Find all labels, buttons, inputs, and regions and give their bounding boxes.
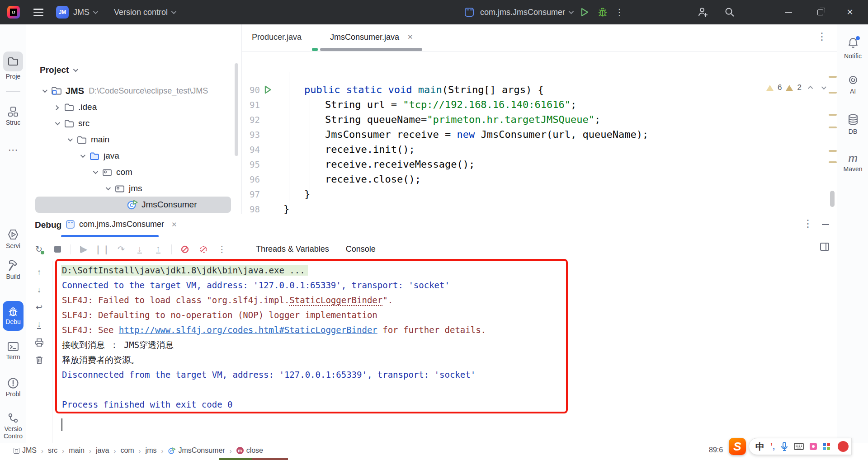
run-button[interactable] — [579, 7, 590, 17]
scroll-up-button[interactable]: ↑ — [34, 267, 45, 277]
keyboard-icon[interactable] — [794, 443, 804, 450]
warning-stripe-mark[interactable] — [829, 92, 837, 94]
tree-chevron[interactable] — [51, 105, 63, 109]
project-selector[interactable]: JMS — [73, 8, 97, 17]
tab-console[interactable]: Console — [346, 244, 376, 254]
restore-button[interactable] — [812, 5, 828, 19]
debug-button[interactable] — [597, 7, 609, 17]
next-problem-icon[interactable] — [821, 84, 826, 89]
tab-close-icon[interactable]: ✕ — [407, 33, 413, 41]
sidebar-item-debug[interactable]: Debu — [3, 301, 24, 331]
resume-button[interactable]: ▶ — [79, 244, 90, 255]
breadcrumb-item[interactable]: com — [120, 446, 134, 455]
tree-row[interactable]: .idea — [35, 99, 231, 115]
code-line[interactable]: 92String queueName="primeton.hr.targetJM… — [242, 112, 819, 127]
tree-chevron[interactable] — [89, 170, 101, 174]
code-line[interactable]: 93JmsConsumer receive = new JmsConsumer(… — [242, 127, 819, 142]
tree-row[interactable]: main — [35, 131, 231, 148]
code-line[interactable]: 96receive.close(); — [242, 172, 819, 187]
hide-panel-button[interactable] — [822, 224, 829, 225]
tab-producer-java[interactable]: Producer.java — [252, 33, 302, 42]
sidebar-item-problems[interactable]: Probl — [0, 377, 26, 398]
tree-row[interactable]: jms — [35, 180, 231, 197]
ime-toolbox-icon[interactable] — [823, 443, 830, 450]
step-out-button[interactable]: ↑ — [153, 244, 164, 255]
ime-badge-icon[interactable] — [838, 441, 849, 452]
run-config-selector[interactable]: com.jms.JmsConsumer — [480, 8, 572, 17]
breadcrumb-item[interactable]: JMS — [14, 446, 37, 455]
ime-punctuation-toggle[interactable]: ’, — [770, 442, 775, 451]
breadcrumb-item[interactable]: java — [96, 446, 109, 455]
sidebar-item-version-control[interactable]: Versio Contro — [0, 412, 26, 440]
scroll-down-button[interactable]: ↓ — [34, 284, 45, 295]
console-link[interactable]: http://www.slf4j.org/codes.html#StaticLo… — [119, 325, 377, 335]
project-scrollbar[interactable] — [235, 63, 238, 156]
layout-settings-button[interactable] — [820, 242, 830, 253]
main-menu-icon[interactable] — [33, 9, 43, 16]
caret-position[interactable]: 89:6 — [709, 446, 723, 454]
tree-row[interactable]: java — [35, 148, 231, 164]
debug-session-tab[interactable]: com.jms.JmsConsumer ✕ — [66, 220, 177, 229]
breadcrumb-item[interactable]: CJmsConsumer — [168, 446, 225, 455]
sidebar-item-maven[interactable]: m Maven — [837, 152, 868, 173]
code-line[interactable]: 95receive.receiveMessage(); — [242, 157, 819, 172]
sidebar-item-ai[interactable]: AI — [837, 74, 868, 95]
run-line-icon[interactable] — [264, 85, 272, 94]
code-line[interactable]: 97} — [242, 187, 819, 202]
tree-chevron[interactable] — [76, 154, 88, 158]
close-session-icon[interactable]: ✕ — [171, 221, 177, 229]
sidebar-item-build[interactable]: Build — [0, 260, 26, 280]
rerun-button[interactable]: ↻ — [33, 244, 44, 255]
tree-row[interactable]: CJmsConsumer — [35, 197, 231, 213]
warning-stripe-mark[interactable] — [829, 150, 837, 152]
tree-chevron[interactable] — [51, 122, 63, 125]
console-output[interactable]: D:\SoftInstall\java\jdk1.8\jdk\bin\java.… — [62, 263, 828, 412]
tree-chevron[interactable] — [38, 89, 50, 93]
close-button[interactable]: ✕ — [842, 5, 858, 19]
minimize-button[interactable] — [780, 5, 797, 19]
code-area[interactable]: 90public static void main(String[] args)… — [242, 82, 819, 214]
search-button[interactable] — [722, 5, 738, 19]
code-line[interactable]: 91String url = "tcp://192.168.16.140:616… — [242, 97, 819, 112]
tree-chevron[interactable] — [64, 138, 75, 141]
sidebar-item-notifications[interactable]: Notific — [837, 37, 868, 60]
run-more-options[interactable]: ⋮ — [615, 8, 624, 17]
pause-button[interactable]: ❘❘ — [97, 244, 108, 255]
view-breakpoints-button[interactable] — [198, 244, 209, 255]
project-panel-header[interactable]: Project — [40, 65, 77, 75]
tab-threads-variables[interactable]: Threads & Variables — [256, 244, 329, 254]
soft-wrap-button[interactable]: ↩ — [34, 302, 45, 313]
tab-jmsconsumer-java[interactable]: JmsConsumer.java — [330, 33, 399, 42]
sidebar-item-more[interactable]: ⋯ — [0, 144, 26, 156]
code-line[interactable]: 90public static void main(String[] args)… — [242, 82, 819, 97]
sidebar-item-services[interactable]: Servi — [0, 228, 26, 249]
code-line[interactable]: 94receive.init(); — [242, 142, 819, 157]
vcs-menu[interactable]: Version control — [114, 8, 175, 17]
ime-skin-icon[interactable] — [810, 443, 817, 450]
warning-stripe-mark[interactable] — [829, 114, 837, 116]
sidebar-item-structure[interactable]: Struc — [0, 106, 26, 126]
toolbar-kebab[interactable]: ⋮ — [217, 244, 227, 255]
tree-row[interactable]: JMSD:\CodeSource\eclipse_test\JMS — [35, 83, 231, 99]
sidebar-item-database[interactable]: DB — [837, 113, 868, 135]
sogou-logo-icon[interactable]: S — [729, 438, 746, 455]
editor-scrollbar[interactable] — [830, 191, 835, 207]
add-user-button[interactable] — [695, 5, 711, 19]
breadcrumb-item[interactable]: src — [48, 446, 57, 455]
code-line[interactable]: 98} — [242, 202, 819, 214]
scroll-to-end-button[interactable]: ↓ — [34, 319, 45, 330]
breadcrumb-item[interactable]: main — [69, 446, 85, 455]
print-button[interactable] — [34, 337, 45, 348]
sidebar-item-terminal[interactable]: Term — [0, 341, 26, 361]
warning-stripe-mark[interactable] — [829, 127, 837, 128]
ime-language-toggle[interactable]: 中 — [755, 441, 764, 453]
step-over-button[interactable]: ↷ — [116, 244, 127, 255]
tree-chevron[interactable] — [102, 187, 113, 190]
mute-breakpoints-button[interactable] — [179, 244, 190, 255]
clear-console-button[interactable] — [34, 355, 45, 366]
editor-options-kebab[interactable]: ⋮ — [817, 31, 827, 42]
breadcrumb-item[interactable]: mclose — [236, 446, 263, 455]
step-into-button[interactable]: ↓ — [134, 244, 145, 255]
microphone-icon[interactable] — [781, 442, 788, 451]
debug-options-kebab[interactable]: ⋮ — [803, 218, 813, 230]
